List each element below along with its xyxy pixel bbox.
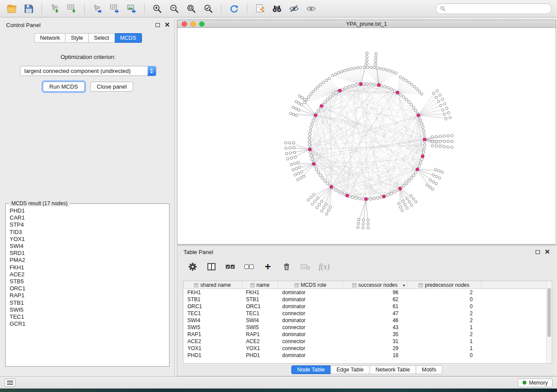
mcds-node-item[interactable]: STP4: [10, 221, 168, 228]
network-node[interactable]: [332, 74, 334, 77]
network-node[interactable]: [432, 174, 435, 176]
network-node[interactable]: [309, 151, 311, 154]
zoom-out-button[interactable]: [168, 2, 181, 15]
network-node[interactable]: [353, 67, 356, 70]
network-node[interactable]: [410, 103, 413, 106]
network-node[interactable]: [402, 200, 405, 203]
network-node[interactable]: [366, 83, 368, 85]
network-node[interactable]: [355, 197, 357, 199]
network-node[interactable]: [439, 94, 441, 96]
network-node[interactable]: [311, 158, 313, 161]
network-node[interactable]: [426, 184, 429, 186]
network-node[interactable]: [438, 177, 441, 179]
memory-button[interactable]: Memory: [518, 378, 553, 387]
network-node[interactable]: [343, 69, 346, 72]
network-node[interactable]: [422, 126, 424, 128]
network-node[interactable]: [326, 182, 329, 185]
network-node[interactable]: [319, 174, 322, 176]
network-node[interactable]: [312, 90, 315, 93]
close-panel-button[interactable]: Close panel: [90, 82, 134, 92]
function-builder-button[interactable]: f(x): [318, 261, 330, 272]
network-node[interactable]: [362, 223, 365, 225]
network-node[interactable]: [422, 129, 425, 132]
network-node[interactable]: [384, 85, 386, 88]
network-node[interactable]: [379, 67, 382, 70]
add-column-button[interactable]: +: [262, 261, 273, 272]
network-node[interactable]: [311, 122, 313, 125]
maximize-window-icon[interactable]: [199, 21, 204, 27]
network-node[interactable]: [288, 141, 291, 144]
deselect-all-button[interactable]: [243, 261, 255, 272]
float-panel-icon[interactable]: [156, 23, 160, 27]
network-node[interactable]: [292, 141, 295, 144]
network-dominator-node[interactable]: [320, 104, 323, 107]
network-node[interactable]: [295, 114, 298, 117]
network-node[interactable]: [414, 109, 417, 112]
network-window-titlebar[interactable]: YPA_prune.txt_1: [177, 20, 556, 28]
network-node[interactable]: [410, 204, 413, 206]
network-node[interactable]: [373, 197, 375, 200]
network-node[interactable]: [447, 134, 450, 137]
network-node[interactable]: [359, 66, 362, 69]
network-node[interactable]: [327, 209, 330, 212]
network-dominator-node[interactable]: [423, 138, 426, 141]
network-node[interactable]: [408, 179, 410, 182]
network-node[interactable]: [301, 171, 303, 173]
network-node[interactable]: [293, 146, 295, 149]
network-node[interactable]: [285, 152, 288, 155]
network-node[interactable]: [316, 206, 318, 209]
table-row[interactable]: RAP1RAP1dominator352: [183, 331, 552, 338]
export-network-button[interactable]: [91, 2, 104, 15]
network-node[interactable]: [449, 117, 451, 119]
network-node[interactable]: [307, 199, 310, 201]
tab-mcds[interactable]: MCDS: [115, 33, 142, 43]
network-node[interactable]: [410, 194, 412, 197]
network-node[interactable]: [329, 206, 332, 209]
mcds-node-item[interactable]: ACE2: [10, 271, 168, 278]
network-node[interactable]: [298, 109, 300, 111]
float-panel-icon[interactable]: [536, 250, 540, 254]
network-node[interactable]: [318, 203, 321, 206]
network-node[interactable]: [432, 92, 435, 95]
network-node[interactable]: [429, 186, 431, 189]
network-node[interactable]: [398, 203, 400, 205]
network-node[interactable]: [411, 83, 413, 86]
network-node[interactable]: [390, 192, 393, 195]
network-node[interactable]: [297, 161, 299, 164]
network-node[interactable]: [335, 91, 337, 94]
network-node[interactable]: [370, 66, 372, 69]
mcds-node-item[interactable]: PMA2: [10, 257, 168, 264]
run-mcds-button[interactable]: Run MCDS: [43, 82, 85, 92]
network-node[interactable]: [447, 112, 450, 114]
network-node[interactable]: [321, 177, 324, 179]
network-node[interactable]: [413, 86, 416, 88]
network-node[interactable]: [418, 90, 421, 93]
network-node[interactable]: [351, 196, 354, 199]
network-node[interactable]: [406, 197, 408, 200]
graphics-details-button[interactable]: [287, 2, 301, 15]
close-window-icon[interactable]: [182, 21, 187, 27]
network-node[interactable]: [298, 95, 301, 97]
network-node[interactable]: [431, 140, 434, 143]
table-settings-button[interactable]: [187, 261, 198, 272]
network-dominator-node[interactable]: [312, 162, 315, 165]
network-node[interactable]: [402, 185, 405, 187]
mcds-node-item[interactable]: CAR1: [10, 214, 168, 221]
column-header-shared-name[interactable]: shared name: [183, 281, 242, 289]
mcds-node-item[interactable]: STB1: [10, 299, 168, 306]
network-node[interactable]: [390, 88, 393, 90]
network-node[interactable]: [324, 101, 326, 103]
network-node[interactable]: [402, 77, 405, 80]
network-node[interactable]: [289, 152, 292, 155]
tab-edge-table[interactable]: Edge Table: [330, 365, 370, 374]
network-node[interactable]: [317, 86, 319, 88]
network-node[interactable]: [374, 63, 377, 65]
network-node[interactable]: [316, 197, 319, 199]
network-node[interactable]: [412, 174, 415, 176]
network-node[interactable]: [408, 81, 410, 84]
network-node[interactable]: [434, 168, 437, 171]
network-node[interactable]: [295, 167, 298, 170]
network-node[interactable]: [358, 197, 361, 200]
network-dominator-node[interactable]: [398, 187, 401, 190]
table-row[interactable]: FKH1FKH1dominator962: [183, 289, 552, 296]
